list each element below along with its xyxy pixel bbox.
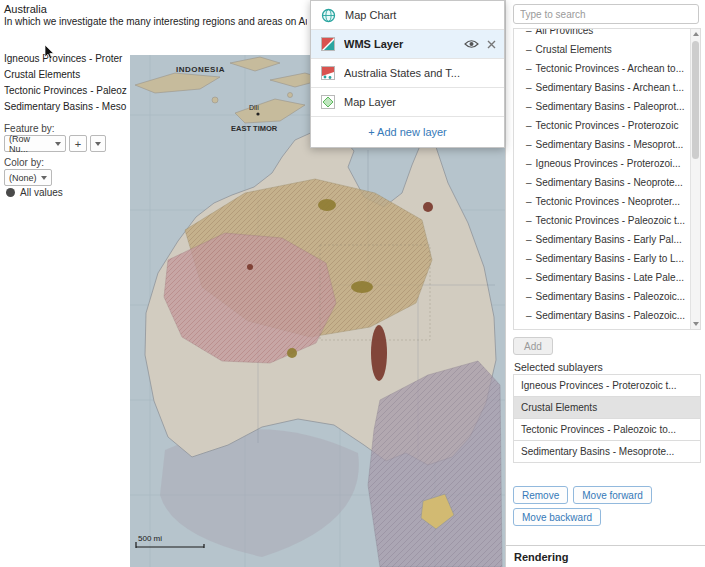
map-chart-icon [321,8,336,23]
all-values-legend[interactable]: All values [6,187,63,198]
sublayer-item[interactable]: –Crustal Elements [514,40,688,59]
close-icon[interactable] [487,40,496,49]
sublayer-panel: –All Provinces –Crustal Elements –Tecton… [505,0,705,567]
sublayer-dash: – [526,272,532,283]
chevron-down-icon [95,142,101,146]
remove-button[interactable]: Remove [513,486,568,504]
page-description: In which we investigate the many interes… [4,16,307,27]
dili-label: Dili [249,104,259,111]
selected-sublayer-label: Tectonic Provinces - Paleozoic to... [521,424,676,435]
sublayer-listbox[interactable]: –All Provinces –Crustal Elements –Tecton… [513,28,701,330]
move-backward-button[interactable]: Move backward [513,508,601,526]
sublayer-item[interactable]: –Tectonic Provinces - Proterozoic [514,116,688,135]
scrollbar[interactable] [690,29,700,329]
dark-red-region [423,202,433,212]
selected-sublayer-item[interactable]: Crustal Elements [513,396,701,419]
sublayer-dash: – [526,28,532,36]
menu-item-map-chart[interactable]: Map Chart [311,1,504,30]
sublayer-label: Sedimentary Basins - Late Pale... [536,272,684,283]
sublayer-item[interactable]: –All Provinces [514,28,688,40]
rendering-section-heading: Rendering [514,551,568,563]
sublayer-dash: – [526,44,532,55]
selected-sublayer-item[interactable]: Tectonic Provinces - Paleozoic to... [513,418,701,441]
sublayer-list: –All Provinces –Crustal Elements –Tecton… [514,28,700,325]
sublayer-label: Sedimentary Basins - Early Pal... [536,234,682,245]
sublayer-dash: – [526,139,532,150]
feature-by-label: Feature by: [4,123,55,134]
sublayer-item[interactable]: –Sedimentary Basins - Paleozoic... [514,306,688,325]
sublayer-label: Tectonic Provinces - Paleozoic t... [536,215,686,226]
sublayer-label: Crustal Elements [536,44,612,55]
menu-item-map-layer[interactable]: Map Layer [311,88,504,117]
search-input[interactable] [513,4,699,24]
sublayer-item[interactable]: –Sedimentary Basins - Early Pal... [514,230,688,249]
sublayer-dash: – [526,158,532,169]
sublayer-label: Sedimentary Basins - Neoprote... [536,177,683,188]
feature-by-select[interactable]: (Row Nu... [4,135,66,152]
sublayer-item[interactable]: –Sedimentary Basins - Neoprote... [514,173,688,192]
dark-red-region [247,264,253,270]
menu-item-wms-layer[interactable]: WMS Layer [311,30,504,59]
sublayer-item[interactable]: –Sedimentary Basins - Paleozoic... [514,287,688,306]
legend-item-label: Igneous Provinces - Proter [4,53,122,64]
sublayer-item[interactable]: –Sedimentary Basins - Late Pale... [514,268,688,287]
sublayer-item[interactable]: –Tectonic Provinces - Paleozoic t... [514,211,688,230]
east-timor-label: EAST TIMOR [231,124,278,133]
scroll-up-icon[interactable] [693,32,699,36]
wms-layer-icon [321,37,335,51]
add-feature-button[interactable]: + [69,135,87,152]
scrollbar-thumb[interactable] [692,41,699,159]
sublayer-label: Sedimentary Basins - Paleozoic... [536,310,686,321]
feature-by-value: (Row Nu... [9,134,51,154]
sublayer-label: Tectonic Provinces - Neoproter... [536,196,681,207]
olive-region [351,281,373,293]
mouse-cursor [44,45,56,61]
move-forward-button[interactable]: Move forward [573,486,652,504]
sublayer-item[interactable]: –Tectonic Provinces - Neoproter... [514,192,688,211]
selected-sublayer-item[interactable]: Igneous Provinces - Proterozoic t... [513,374,701,397]
dili-marker [256,112,259,115]
sublayer-dash: – [526,177,532,188]
sublayer-item[interactable]: –Sedimentary Basins - Mesoprot... [514,135,688,154]
all-values-label: All values [20,187,63,198]
sublayer-item[interactable]: –Sedimentary Basins - Archean t... [514,78,688,97]
sublayer-item[interactable]: –Tectonic Provinces - Archean to... [514,59,688,78]
scale-label: 500 mi [138,534,162,543]
color-by-select[interactable]: (None) [4,169,52,186]
scroll-down-icon[interactable] [693,322,699,326]
sublayer-dash: – [526,310,532,321]
chevron-down-icon [41,176,47,180]
page-title: Australia [4,3,47,15]
layer-menu: Map Chart WMS Layer [310,0,505,148]
sublayer-dash: – [526,291,532,302]
olive-region [318,199,336,211]
sublayer-label: Sedimentary Basins - Early to L... [536,253,684,264]
sublayer-label: Sedimentary Basins - Paleoprot... [536,101,685,112]
selected-sublayers-list: Igneous Provinces - Proterozoic t... Cru… [513,375,701,463]
sublayer-dash: – [526,63,532,74]
selected-sublayers-heading: Selected sublayers [514,361,603,373]
sublayer-label: Sedimentary Basins - Paleozoic... [536,291,686,302]
add-sublayer-button[interactable]: Add [513,337,553,355]
sublayer-label: Tectonic Provinces - Proterozoic [536,120,679,131]
sublayer-dash: – [526,101,532,112]
menu-item-australia-states[interactable]: Australia States and T... [311,59,504,88]
selected-sublayer-item[interactable]: Sedimentary Basins - Mesoprote... [513,440,701,463]
australia-states-icon [321,66,335,80]
add-new-layer-button[interactable]: + Add new layer [311,117,504,147]
menu-item-label: Australia States and T... [344,67,496,79]
sublayer-label: Sedimentary Basins - Mesoprot... [536,139,684,150]
selected-sublayer-label: Igneous Provinces - Proterozoic t... [521,380,677,391]
feature-options-dropdown[interactable] [90,135,106,152]
menu-item-label: WMS Layer [344,38,455,50]
selected-sublayer-label: Crustal Elements [521,402,597,413]
sublayer-item[interactable]: –Sedimentary Basins - Early to L... [514,249,688,268]
menu-item-label: Map Layer [344,96,496,108]
eye-icon[interactable] [464,39,479,49]
sublayer-item[interactable]: –Sedimentary Basins - Paleoprot... [514,97,688,116]
sublayer-dash: – [526,253,532,264]
menu-item-label: Map Chart [345,9,496,21]
sublayer-item[interactable]: –Igneous Provinces - Proterozoi... [514,154,688,173]
legend-item: Igneous Provinces - Proter [4,51,130,67]
sublayer-dash: – [526,234,532,245]
